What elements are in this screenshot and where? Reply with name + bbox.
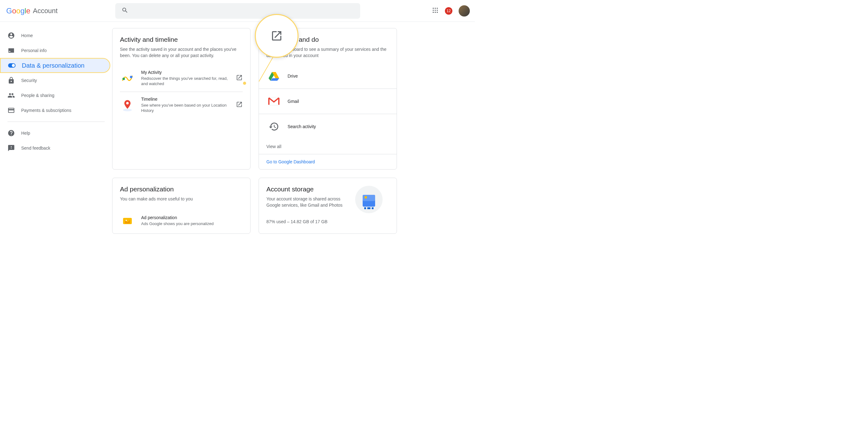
google-logo[interactable]: Google Account (6, 6, 58, 15)
tag-icon (120, 213, 135, 229)
svg-rect-27 (372, 207, 374, 209)
open-external-icon (236, 101, 243, 109)
storage-usage: 87% used – 14.82 GB of 17 GB (259, 216, 397, 224)
svg-point-10 (12, 64, 15, 67)
sidebar-item-personal-info[interactable]: Personal info (0, 43, 112, 58)
go-dashboard-link[interactable]: Go to Google Dashboard (259, 154, 397, 169)
sidebar: Home Personal info Data & personalizatio… (0, 22, 112, 155)
avatar[interactable] (459, 5, 470, 17)
svg-point-20 (126, 220, 127, 221)
feedback-icon (7, 144, 15, 152)
sidebar-label: People & sharing (21, 93, 55, 98)
item-sub: See where you've been based on your Loca… (141, 103, 229, 114)
apps-icon[interactable] (432, 7, 439, 15)
logo-account-label: Account (33, 7, 58, 15)
svg-rect-23 (363, 195, 375, 201)
sidebar-label: Home (21, 33, 33, 38)
svg-point-1 (435, 7, 436, 9)
callout-dot (243, 82, 246, 85)
svg-point-8 (437, 11, 438, 13)
sidebar-item-help[interactable]: Help (0, 126, 112, 141)
storage-illustration-icon (355, 185, 383, 213)
svg-point-5 (437, 10, 438, 11)
card-desc: See the activity saved in your account a… (120, 47, 243, 59)
search-icon (122, 7, 128, 15)
ad-personalization-row[interactable]: Ad personalization Ads Google shows you … (113, 209, 250, 234)
view-all-link[interactable]: View all (259, 139, 397, 154)
svg-point-13 (123, 109, 132, 111)
person-circle-icon (7, 32, 15, 39)
card-title: Activity and timeline (120, 36, 243, 43)
activity-icon (120, 71, 135, 86)
sidebar-label: Payments & subscriptions (21, 108, 71, 113)
help-icon (7, 129, 15, 137)
gmail-icon (267, 96, 281, 107)
sidebar-item-home[interactable]: Home (0, 28, 112, 43)
svg-rect-25 (367, 207, 370, 209)
item-title: My Activity (141, 70, 229, 75)
card-title: Account storage (267, 185, 355, 193)
svg-point-3 (433, 10, 434, 11)
sidebar-item-security[interactable]: Security (0, 73, 112, 88)
timeline-row[interactable]: Timeline See where you've been based on … (113, 92, 250, 118)
history-icon (267, 121, 281, 132)
card-desc: You can make ads more useful to you (120, 196, 243, 202)
header-right: 12 (432, 5, 470, 17)
svg-point-0 (433, 7, 434, 9)
account-storage-card: Account storage Your account storage is … (258, 178, 397, 234)
sidebar-label: Data & personalization (22, 62, 85, 69)
sidebar-item-payments[interactable]: Payments & subscriptions (0, 103, 112, 118)
item-sub: Ads Google shows you are personalized (141, 221, 243, 227)
sidebar-item-data-personalization[interactable]: Data & personalization (0, 58, 110, 73)
svg-point-6 (433, 11, 434, 13)
item-title: Ad personalization (141, 215, 243, 220)
service-label: Search activity (287, 124, 316, 129)
svg-marker-17 (271, 78, 279, 81)
ad-personalization-card: Ad personalization You can make ads more… (112, 178, 250, 234)
svg-point-2 (437, 7, 438, 9)
service-search-activity[interactable]: Search activity (259, 114, 397, 139)
open-external-icon (271, 30, 283, 42)
sidebar-label: Security (21, 78, 37, 83)
service-label: Gmail (287, 99, 299, 104)
sidebar-label: Send feedback (21, 146, 50, 151)
svg-point-7 (435, 11, 436, 13)
svg-point-24 (365, 196, 367, 199)
sidebar-divider (7, 122, 105, 122)
item-sub: Rediscover the things you've searched fo… (141, 76, 229, 87)
notifications-badge[interactable]: 12 (445, 7, 453, 14)
svg-point-4 (435, 10, 436, 11)
svg-point-12 (130, 76, 132, 78)
sidebar-item-people-sharing[interactable]: People & sharing (0, 88, 112, 103)
svg-point-14 (126, 102, 129, 105)
card-desc: Your account storage is shared across Go… (267, 196, 355, 208)
svg-rect-26 (364, 207, 366, 209)
card-title: Ad personalization (120, 185, 243, 193)
service-gmail[interactable]: Gmail (259, 89, 397, 114)
sidebar-item-feedback[interactable]: Send feedback (0, 141, 112, 155)
drive-icon (267, 70, 281, 82)
lock-icon (7, 77, 15, 84)
open-external-icon (236, 74, 243, 82)
sidebar-label: Personal info (21, 48, 47, 53)
people-icon (7, 92, 15, 99)
toggle-icon (8, 62, 16, 69)
main-content: Activity and timeline See the activity s… (112, 22, 475, 244)
svg-point-11 (122, 78, 125, 80)
sidebar-label: Help (21, 130, 30, 136)
map-pin-icon (120, 97, 135, 113)
card-icon (7, 107, 15, 114)
my-activity-row[interactable]: My Activity Rediscover the things you've… (113, 65, 250, 92)
app-header: Google Account 12 (0, 0, 475, 22)
item-title: Timeline (141, 97, 229, 101)
service-label: Drive (287, 73, 298, 79)
service-drive[interactable]: Drive (259, 64, 397, 89)
search-input[interactable] (115, 3, 360, 19)
activity-timeline-card: Activity and timeline See the activity s… (112, 28, 250, 170)
id-card-icon (7, 47, 15, 54)
callout-highlight (255, 14, 299, 58)
